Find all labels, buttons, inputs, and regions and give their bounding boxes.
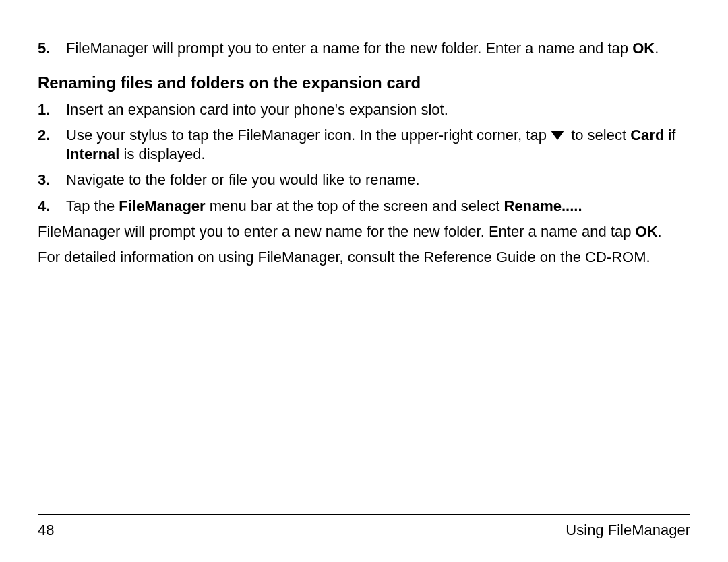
page-footer: 48 Using FileManager bbox=[38, 514, 690, 539]
dropdown-triangle-icon bbox=[551, 131, 564, 140]
list-text: Use your stylus to tap the FileManager i… bbox=[66, 126, 690, 164]
list-text: Navigate to the folder or file you would… bbox=[66, 170, 690, 189]
list-item-1: 1. Insert an expansion card into your ph… bbox=[38, 100, 690, 119]
r2-text-4: is displayed. bbox=[119, 146, 205, 162]
list-item-4: 4. Tap the FileManager menu bar at the t… bbox=[38, 197, 690, 216]
card-label: Card bbox=[630, 127, 664, 144]
para1-text-1: FileManager will prompt you to enter a n… bbox=[38, 223, 636, 240]
list-item-3: 3. Navigate to the folder or file you wo… bbox=[38, 170, 690, 189]
list-text: FileManager will prompt you to enter a n… bbox=[66, 39, 690, 58]
section-heading: Renaming files and folders on the expans… bbox=[38, 73, 690, 94]
r4-text-2: menu bar at the top of the screen and se… bbox=[206, 197, 504, 214]
ok-label: OK bbox=[632, 40, 655, 57]
paragraph-reference: For detailed information on using FileMa… bbox=[38, 248, 690, 267]
r4-text-1: Tap the bbox=[66, 197, 119, 214]
list-text: Tap the FileManager menu bar at the top … bbox=[66, 197, 690, 216]
list-number: 4. bbox=[38, 197, 66, 216]
list-number: 3. bbox=[38, 170, 66, 189]
r2-text-1: Use your stylus to tap the FileManager i… bbox=[66, 127, 551, 144]
list-number: 1. bbox=[38, 100, 66, 119]
page-number: 48 bbox=[38, 522, 54, 539]
ok-label: OK bbox=[636, 223, 658, 240]
document-page: 5. FileManager will prompt you to enter … bbox=[0, 0, 728, 562]
internal-label: Internal bbox=[66, 146, 119, 162]
list-number: 5. bbox=[38, 39, 66, 58]
step5-text-1: FileManager will prompt you to enter a n… bbox=[66, 40, 632, 57]
filemanager-label: FileManager bbox=[119, 197, 205, 214]
step5-text-2: . bbox=[655, 40, 659, 57]
para1-text-2: . bbox=[658, 223, 662, 240]
list-item-2: 2. Use your stylus to tap the FileManage… bbox=[38, 126, 690, 164]
footer-row: 48 Using FileManager bbox=[38, 522, 690, 539]
page-content: 5. FileManager will prompt you to enter … bbox=[38, 39, 690, 267]
footer-divider bbox=[38, 514, 690, 515]
rename-label: Rename..... bbox=[504, 197, 582, 214]
section-title: Using FileManager bbox=[566, 522, 690, 539]
r2-text-2: to select bbox=[567, 127, 630, 144]
paragraph-prompt: FileManager will prompt you to enter a n… bbox=[38, 222, 690, 241]
list-item-5: 5. FileManager will prompt you to enter … bbox=[38, 39, 690, 58]
list-text: Insert an expansion card into your phone… bbox=[66, 100, 690, 119]
list-number: 2. bbox=[38, 126, 66, 164]
r2-text-3: if bbox=[664, 127, 675, 144]
